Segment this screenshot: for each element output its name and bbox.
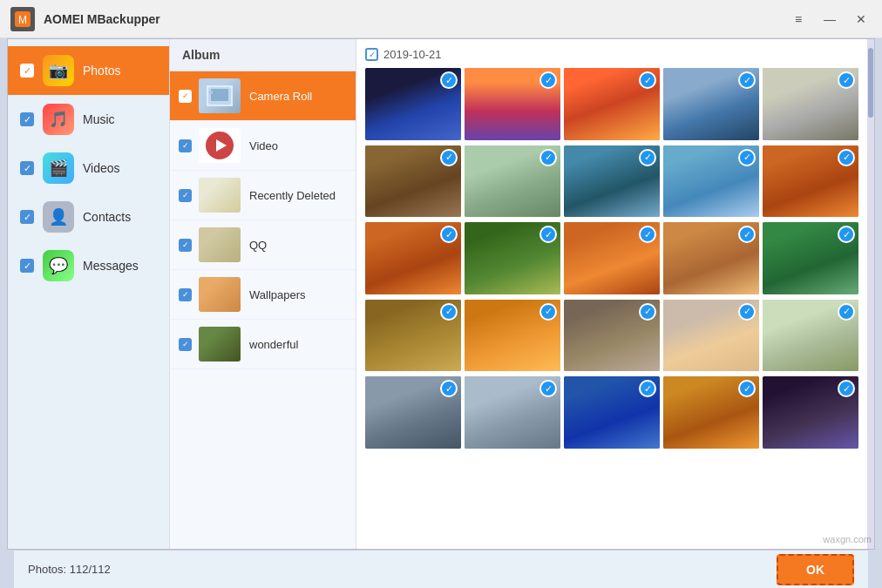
music-checkbox[interactable]: ✓: [20, 112, 34, 126]
wonderful-thumb: [199, 327, 241, 362]
photo-cell[interactable]: ✓: [564, 68, 660, 140]
photo-cell[interactable]: ✓: [365, 68, 461, 140]
check-icon: ✓: [838, 303, 855, 321]
messages-label: Messages: [83, 259, 139, 273]
photo-cell[interactable]: ✓: [564, 222, 660, 294]
check-icon: ✓: [838, 149, 855, 166]
album-item-recently-deleted[interactable]: ✓ Recently Deleted: [170, 171, 356, 220]
photo-cell[interactable]: ✓: [663, 68, 759, 140]
videos-checkbox[interactable]: ✓: [20, 161, 34, 175]
photo-cell[interactable]: ✓: [465, 376, 560, 449]
check-icon: ✓: [639, 71, 656, 89]
photo-cell[interactable]: ✓: [663, 300, 759, 372]
check-icon: ✓: [738, 303, 756, 321]
sidebar-item-videos[interactable]: ✓ 🎬 Videos: [8, 144, 169, 193]
photo-cell[interactable]: ✓: [763, 222, 858, 294]
recently-deleted-label: Recently Deleted: [249, 189, 336, 202]
check-icon: ✓: [440, 226, 458, 243]
check-icon: ✓: [738, 226, 756, 243]
camera-roll-checkbox[interactable]: ✓: [179, 90, 192, 103]
ok-button[interactable]: OK: [777, 554, 854, 585]
minimize-button[interactable]: —: [816, 5, 844, 33]
check-icon: ✓: [539, 303, 557, 321]
photo-cell[interactable]: ✓: [763, 376, 858, 449]
svg-rect-5: [209, 91, 213, 94]
photo-cell[interactable]: ✓: [763, 68, 858, 140]
check-icon: ✓: [639, 380, 656, 397]
album-item-qq[interactable]: ✓ QQ: [170, 220, 356, 270]
check-icon: ✓: [838, 71, 855, 89]
menu-button[interactable]: ≡: [784, 5, 812, 33]
sidebar-item-photos[interactable]: ✓ 📷 Photos: [8, 46, 169, 95]
qq-checkbox[interactable]: ✓: [179, 239, 192, 252]
svg-rect-4: [211, 89, 228, 101]
photo-row-3: ✓ ✓ ✓ ✓ ✓: [365, 222, 858, 294]
date-header: ✓ 2019-10-21: [365, 48, 858, 61]
date-checkbox[interactable]: ✓: [365, 48, 378, 61]
photos-checkbox[interactable]: ✓: [20, 64, 34, 78]
photos-count: Photos: 112/112: [28, 563, 111, 576]
svg-text:M: M: [18, 14, 27, 26]
photo-row-2: ✓ ✓ ✓ ✓ ✓: [365, 145, 858, 218]
video-label: Video: [249, 139, 278, 152]
check-icon: ✓: [440, 149, 458, 166]
photo-cell[interactable]: ✓: [465, 300, 560, 372]
contacts-label: Contacts: [83, 210, 131, 224]
camera-roll-thumb: [199, 78, 241, 113]
wallpapers-checkbox[interactable]: ✓: [179, 288, 192, 301]
photo-cell[interactable]: ✓: [663, 145, 759, 218]
check-icon: ✓: [639, 303, 656, 321]
sidebar-item-messages[interactable]: ✓ 💬 Messages: [8, 241, 169, 290]
messages-icon: 💬: [43, 250, 74, 281]
scrollbar[interactable]: [867, 39, 874, 549]
photo-cell[interactable]: ✓: [564, 300, 660, 372]
check-icon: ✓: [539, 226, 557, 243]
sidebar: ✓ 📷 Photos ✓ 🎵 Music ✓ 🎬 Videos ✓ 👤 Cont…: [8, 39, 169, 549]
video-thumb: [199, 128, 241, 163]
date-label: 2019-10-21: [383, 48, 442, 61]
photo-cell[interactable]: ✓: [365, 376, 461, 449]
contacts-icon: 👤: [43, 201, 74, 233]
album-item-wallpapers[interactable]: ✓ Wallpapers: [170, 270, 356, 320]
music-icon: 🎵: [43, 104, 74, 135]
album-item-camera-roll[interactable]: ✓ Camera Roll: [170, 71, 356, 121]
photo-cell[interactable]: ✓: [663, 222, 759, 294]
title-bar: M AOMEI MBackupper ≡ — ✕: [0, 0, 882, 38]
photo-cell[interactable]: ✓: [763, 145, 858, 218]
photo-cell[interactable]: ✓: [365, 300, 461, 372]
window-controls: ≡ — ✕: [784, 0, 875, 37]
sidebar-item-contacts[interactable]: ✓ 👤 Contacts: [8, 193, 169, 241]
photos-label: Photos: [83, 64, 121, 78]
check-icon: ✓: [440, 71, 458, 89]
recently-deleted-checkbox[interactable]: ✓: [179, 189, 192, 202]
photo-cell[interactable]: ✓: [763, 300, 858, 372]
camera-roll-label: Camera Roll: [249, 90, 312, 103]
photo-panel: ✓ 2019-10-21 ✓ ✓ ✓ ✓ ✓ ✓ ✓ ✓ ✓ ✓ ✓: [356, 39, 867, 549]
scrollbar-thumb[interactable]: [868, 48, 873, 118]
wonderful-label: wonderful: [249, 338, 298, 351]
album-item-wonderful[interactable]: ✓ wonderful: [170, 320, 356, 369]
check-icon: ✓: [440, 303, 458, 321]
close-button[interactable]: ✕: [847, 5, 875, 33]
wonderful-checkbox[interactable]: ✓: [179, 338, 192, 351]
album-header: Album: [170, 39, 356, 71]
sidebar-item-music[interactable]: ✓ 🎵 Music: [8, 95, 169, 144]
wallpapers-label: Wallpapers: [249, 288, 306, 301]
photo-cell[interactable]: ✓: [663, 376, 759, 449]
photo-cell[interactable]: ✓: [564, 376, 660, 449]
wallpapers-thumb: [199, 277, 241, 312]
video-checkbox[interactable]: ✓: [179, 139, 192, 152]
photo-cell[interactable]: ✓: [465, 222, 560, 294]
photo-cell[interactable]: ✓: [365, 145, 461, 218]
messages-checkbox[interactable]: ✓: [20, 259, 34, 273]
photo-cell[interactable]: ✓: [465, 68, 560, 140]
album-item-video[interactable]: ✓ Video: [170, 121, 356, 171]
videos-icon: 🎬: [43, 152, 74, 184]
photo-row-4: ✓ ✓ ✓ ✓ ✓: [365, 300, 858, 372]
contacts-checkbox[interactable]: ✓: [20, 210, 34, 224]
photo-cell[interactable]: ✓: [465, 145, 560, 218]
photo-cell[interactable]: ✓: [564, 145, 660, 218]
check-icon: ✓: [738, 380, 756, 397]
photo-cell[interactable]: ✓: [365, 222, 461, 294]
music-label: Music: [83, 112, 115, 126]
